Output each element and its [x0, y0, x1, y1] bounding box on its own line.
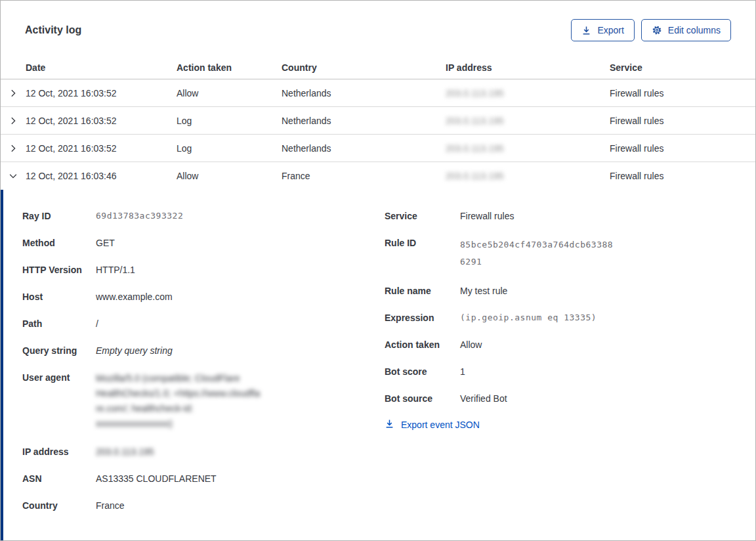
chevron-down-icon[interactable]	[7, 170, 19, 182]
field-value: 85bce5b204cf4703a764dcb633886291	[460, 236, 618, 270]
field-method: Method GET	[22, 236, 385, 249]
field-label: Path	[22, 317, 96, 330]
field-value: GET	[96, 236, 115, 249]
table-row[interactable]: 12 Oct, 2021 16:03:52 Log Netherlands 20…	[1, 135, 755, 162]
field-label: Method	[22, 236, 96, 249]
export-event-json-link[interactable]: Export event JSON	[385, 419, 480, 431]
field-service: Service Firewall rules	[385, 209, 739, 223]
field-value: 1	[460, 365, 465, 378]
field-value: www.example.com	[96, 290, 173, 303]
cell-ip-masked: 203.0.113.195	[446, 143, 504, 154]
cell-service: Firewall rules	[610, 88, 755, 98]
field-value: Verified Bot	[460, 392, 507, 405]
field-label: ASN	[22, 472, 96, 485]
cell-action-taken: Allow	[177, 88, 282, 98]
cell-country: Netherlands	[282, 116, 446, 126]
table-header-row: Date Action taken Country IP address Ser…	[1, 56, 755, 79]
field-label: IP address	[22, 445, 96, 458]
field-value: /	[96, 317, 98, 330]
field-value: AS13335 CLOUDFLARENET	[96, 472, 217, 485]
field-action-taken: Action taken Allow	[385, 338, 739, 351]
download-icon	[581, 26, 591, 35]
field-value: France	[96, 499, 125, 512]
field-label: Rule ID	[385, 236, 460, 270]
cell-country: Netherlands	[282, 88, 446, 98]
chevron-right-icon[interactable]	[7, 87, 19, 99]
field-expression: Expression (ip.geoip.asnum eq 13335)	[385, 311, 739, 324]
field-label: Action taken	[385, 338, 460, 351]
cell-action-taken: Allow	[177, 171, 282, 181]
table-row-expanded[interactable]: 12 Oct, 2021 16:03:46 Allow France 203.0…	[1, 162, 755, 190]
field-value: Allow	[460, 338, 482, 351]
cell-ip-masked: 203.0.113.195	[446, 116, 504, 126]
cell-action-taken: Log	[177, 116, 282, 126]
header-date: Date	[26, 62, 177, 73]
header-country: Country	[282, 62, 446, 73]
cell-date: 12 Oct, 2021 16:03:52	[26, 88, 177, 98]
field-host: Host www.example.com	[22, 290, 385, 303]
table-row[interactable]: 12 Oct, 2021 16:03:52 Allow Netherlands …	[1, 79, 755, 107]
field-country: Country France	[22, 499, 385, 512]
chevron-right-icon[interactable]	[7, 115, 19, 127]
field-asn: ASN AS13335 CLOUDFLARENET	[22, 472, 385, 485]
cell-ip-masked: 203.0.113.195	[446, 88, 504, 98]
activity-log-page: { "page": { "title": "Activity log" }, "…	[0, 0, 756, 541]
cell-date: 12 Oct, 2021 16:03:52	[26, 116, 177, 126]
cell-date: 12 Oct, 2021 16:03:52	[26, 143, 177, 154]
cell-service: Firewall rules	[610, 143, 755, 154]
export-button-label: Export	[597, 25, 623, 35]
page-title: Activity log	[25, 24, 81, 36]
field-label: Rule name	[385, 284, 460, 297]
field-label: Country	[22, 499, 96, 512]
detail-left-column: Ray ID 69d13783ac393322 Method GET HTTP …	[22, 209, 385, 541]
header-action-taken: Action taken	[177, 62, 282, 73]
export-event-json-label: Export event JSON	[401, 420, 480, 430]
event-detail-panel: Ray ID 69d13783ac393322 Method GET HTTP …	[1, 190, 755, 541]
edit-columns-button[interactable]: Edit columns	[641, 19, 731, 41]
field-label: Query string	[22, 344, 96, 357]
field-ip-address: IP address 203.0.113.195	[22, 445, 385, 458]
field-value: Empty query string	[96, 344, 173, 357]
field-value: 69d13783ac393322	[96, 209, 183, 223]
field-ray-id: Ray ID 69d13783ac393322	[22, 209, 385, 223]
field-value: My test rule	[460, 284, 507, 297]
cell-service: Firewall rules	[610, 171, 755, 181]
topbar: Activity log Export Edit columns	[1, 1, 755, 41]
field-bot-source: Bot source Verified Bot	[385, 392, 739, 405]
detail-right-column: Service Firewall rules Rule ID 85bce5b20…	[385, 209, 739, 541]
activity-log-table: Date Action taken Country IP address Ser…	[1, 56, 755, 541]
field-query-string: Query string Empty query string	[22, 344, 385, 357]
field-label: Bot score	[385, 365, 460, 378]
edit-columns-button-label: Edit columns	[668, 25, 721, 35]
cell-service: Firewall rules	[610, 116, 755, 126]
header-ip-address: IP address	[446, 62, 610, 73]
field-value-masked: Mozilla/5.0 (compatible; CloudFlare Heal…	[96, 371, 260, 431]
field-label: Bot source	[385, 392, 460, 405]
field-rule-name: Rule name My test rule	[385, 284, 739, 297]
export-button[interactable]: Export	[571, 19, 634, 41]
cell-action-taken: Log	[177, 143, 282, 154]
cell-country: Netherlands	[282, 143, 446, 154]
field-path: Path /	[22, 317, 385, 330]
gear-icon	[652, 25, 662, 35]
chevron-right-icon[interactable]	[7, 142, 19, 154]
field-label: Ray ID	[22, 209, 96, 223]
field-value: Firewall rules	[460, 209, 514, 223]
field-label: Service	[385, 209, 460, 223]
field-rule-id: Rule ID 85bce5b204cf4703a764dcb633886291	[385, 236, 739, 270]
field-value-masked: 203.0.113.195	[96, 445, 154, 458]
cell-ip-masked: 203.0.113.195	[446, 171, 504, 181]
field-bot-score: Bot score 1	[385, 365, 739, 378]
field-label: HTTP Version	[22, 263, 96, 276]
field-user-agent: User agent Mozilla/5.0 (compatible; Clou…	[22, 371, 385, 431]
download-icon	[385, 419, 394, 431]
cell-date: 12 Oct, 2021 16:03:46	[26, 171, 177, 181]
field-value: (ip.geoip.asnum eq 13335)	[460, 311, 597, 324]
field-label: Expression	[385, 311, 460, 324]
field-http-version: HTTP Version HTTP/1.1	[22, 263, 385, 276]
header-service: Service	[610, 62, 755, 73]
cell-country: France	[282, 171, 446, 181]
field-value: HTTP/1.1	[96, 263, 135, 276]
table-row[interactable]: 12 Oct, 2021 16:03:52 Log Netherlands 20…	[1, 107, 755, 135]
toolbar-buttons: Export Edit columns	[571, 19, 731, 41]
